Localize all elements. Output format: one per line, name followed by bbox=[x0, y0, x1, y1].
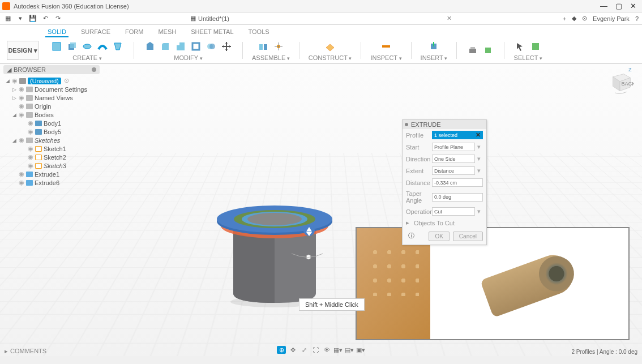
dialog-row-direction[interactable]: DirectionOne Side▾ bbox=[403, 153, 486, 165]
tree-root[interactable]: ◢◉(Unsaved)⊙ bbox=[3, 76, 100, 85]
tree-item-sketch3[interactable]: ◉Sketch3 bbox=[3, 161, 100, 170]
close-doc-icon[interactable]: ✕ bbox=[447, 15, 452, 22]
dialog-row-extent[interactable]: ExtentDistance▾ bbox=[403, 165, 486, 177]
doc-icon: ▦ bbox=[190, 15, 196, 22]
combine-icon[interactable] bbox=[204, 40, 218, 53]
tab-surface[interactable]: SURFACE bbox=[79, 27, 113, 37]
svg-rect-6 bbox=[192, 43, 199, 50]
redo-icon[interactable]: ↷ bbox=[53, 14, 62, 23]
svg-rect-2 bbox=[70, 42, 76, 48]
dialog-row-profile[interactable]: Profile1 selected✕ bbox=[403, 129, 486, 141]
tree-item-named-views[interactable]: ▷◉Named Views bbox=[3, 93, 100, 102]
tree-item-body5[interactable]: ◉Body5 bbox=[3, 127, 100, 136]
undo-icon[interactable]: ↶ bbox=[41, 14, 50, 23]
group-select-label: SELECT bbox=[514, 54, 538, 61]
shell-icon[interactable] bbox=[189, 40, 203, 53]
select-filter-icon[interactable] bbox=[529, 40, 542, 53]
tab-mesh[interactable]: MESH bbox=[156, 27, 178, 37]
minimize-button[interactable]: — bbox=[600, 2, 607, 10]
file-menu-icon[interactable]: ▾ bbox=[16, 14, 25, 23]
document-tab[interactable]: ▦ Untitled*(1) ✕ bbox=[190, 15, 452, 22]
fillet-icon[interactable] bbox=[159, 40, 172, 53]
workspace-switcher[interactable]: DESIGN▾ bbox=[7, 41, 38, 60]
view-cube[interactable]: Z BACK bbox=[606, 67, 634, 96]
nav-pan-icon[interactable]: ✥ bbox=[288, 346, 297, 354]
svg-rect-10 bbox=[264, 44, 267, 50]
comments-bar[interactable]: ▸COMMENTS bbox=[5, 347, 46, 355]
cancel-button[interactable]: Cancel bbox=[453, 232, 483, 241]
save-icon[interactable]: 💾 bbox=[28, 14, 37, 23]
svg-point-26 bbox=[247, 213, 302, 225]
plane-icon[interactable] bbox=[323, 40, 337, 53]
nav-zoom-icon[interactable]: ⤢ bbox=[299, 346, 309, 354]
viewcube-face-label: BACK bbox=[622, 81, 635, 87]
tab-sheetmetal[interactable]: SHEET METAL bbox=[189, 27, 236, 37]
tree-item-origin[interactable]: ◉Origin bbox=[3, 102, 100, 110]
new-design-icon[interactable]: + bbox=[563, 15, 566, 22]
tree-item-sketches[interactable]: ◢◉Sketches bbox=[3, 136, 100, 144]
ok-button[interactable]: OK bbox=[429, 232, 449, 241]
reference-image-overlay[interactable] bbox=[356, 227, 630, 340]
doc-name: Untitled*(1) bbox=[198, 15, 229, 22]
component-icon[interactable] bbox=[256, 40, 270, 53]
print-icon[interactable] bbox=[466, 44, 480, 57]
nav-viewport-icon[interactable]: ▣▾ bbox=[356, 346, 365, 354]
measure-icon[interactable] bbox=[379, 40, 393, 53]
3d-model[interactable] bbox=[209, 155, 340, 307]
nav-lookat-icon[interactable]: 👁 bbox=[322, 346, 331, 354]
loft-icon[interactable] bbox=[111, 40, 125, 53]
extensions-icon[interactable]: ◆ bbox=[572, 15, 576, 22]
nav-fit-icon[interactable]: ⛶ bbox=[311, 346, 320, 354]
tab-form[interactable]: FORM bbox=[123, 27, 145, 37]
move-icon[interactable] bbox=[220, 40, 233, 53]
group-create-label: CREATE bbox=[72, 54, 97, 61]
browser-panel[interactable]: ◢BROWSER ◢◉(Unsaved)⊙ ▷◉Document Setting… bbox=[3, 65, 100, 189]
group-modify: MODIFY ▾ bbox=[143, 40, 233, 61]
maximize-button[interactable]: ▢ bbox=[615, 2, 622, 10]
nav-grid-icon[interactable]: ▤▾ bbox=[345, 346, 354, 354]
extrude-icon[interactable] bbox=[65, 40, 79, 53]
dialog-row-distance[interactable]: Distance-0.334 cm bbox=[403, 177, 486, 189]
chamfer-icon[interactable] bbox=[174, 40, 187, 53]
dialog-row-operation[interactable]: OperationCut▾ bbox=[403, 205, 486, 217]
data-panel-icon[interactable]: ▦ bbox=[3, 14, 12, 23]
dialog-objects-to-cut[interactable]: ▸Objects To Cut bbox=[403, 217, 486, 228]
tab-solid[interactable]: SOLID bbox=[45, 27, 69, 37]
tree-item-document-settings[interactable]: ▷◉Document Settings bbox=[3, 85, 100, 93]
svg-point-8 bbox=[209, 44, 215, 49]
dialog-header[interactable]: EXTRUDE bbox=[403, 120, 486, 129]
sweep-icon[interactable] bbox=[96, 40, 109, 53]
revolve-icon[interactable] bbox=[80, 40, 94, 53]
insert-icon[interactable] bbox=[427, 40, 440, 53]
select-icon[interactable] bbox=[513, 40, 527, 53]
dialog-row-taper-angle[interactable]: Taper Angle0.0 deg bbox=[403, 189, 486, 205]
group-construct-label: CONSTRUCT bbox=[309, 54, 348, 61]
svg-rect-9 bbox=[259, 44, 263, 50]
user-name[interactable]: Evgeniy Park bbox=[593, 15, 630, 22]
addins-icon[interactable] bbox=[481, 44, 495, 57]
tree-item-bodies[interactable]: ◢◉Bodies bbox=[3, 110, 100, 119]
extrude-dialog[interactable]: EXTRUDE Profile1 selected✕StartProfile P… bbox=[402, 119, 487, 245]
help-icon[interactable]: ? bbox=[635, 15, 639, 22]
browser-header[interactable]: ◢BROWSER bbox=[3, 65, 100, 74]
nav-orbit-icon[interactable]: ⊕ bbox=[277, 346, 286, 354]
notifications-icon[interactable]: ⊙ bbox=[582, 15, 587, 22]
close-button[interactable]: ✕ bbox=[630, 2, 636, 10]
tab-tools[interactable]: TOOLS bbox=[246, 27, 272, 37]
joint-icon[interactable] bbox=[272, 40, 285, 53]
nav-display-icon[interactable]: ▦▾ bbox=[333, 346, 343, 354]
browser-options-icon[interactable] bbox=[92, 67, 96, 72]
info-icon[interactable]: ⓘ bbox=[408, 232, 414, 241]
tree-item-sketch1[interactable]: ◉Sketch1 bbox=[3, 144, 100, 153]
presspull-icon[interactable] bbox=[143, 40, 157, 53]
tree-item-body1[interactable]: ◉Body1 bbox=[3, 119, 100, 127]
svg-rect-16 bbox=[485, 48, 491, 53]
tree-item-extrude6[interactable]: ◉Extrude6 bbox=[3, 178, 100, 187]
tree-item-extrude1[interactable]: ◉Extrude1 bbox=[3, 170, 100, 178]
dialog-row-start[interactable]: StartProfile Plane▾ bbox=[403, 141, 486, 153]
sketch-icon[interactable] bbox=[50, 40, 63, 53]
browser-tree: ◢◉(Unsaved)⊙ ▷◉Document Settings▷◉Named … bbox=[3, 74, 100, 189]
canvas-viewport[interactable]: ◢BROWSER ◢◉(Unsaved)⊙ ▷◉Document Setting… bbox=[0, 64, 642, 356]
browser-title: BROWSER bbox=[14, 66, 46, 73]
tree-item-sketch2[interactable]: ◉Sketch2 bbox=[3, 153, 100, 161]
